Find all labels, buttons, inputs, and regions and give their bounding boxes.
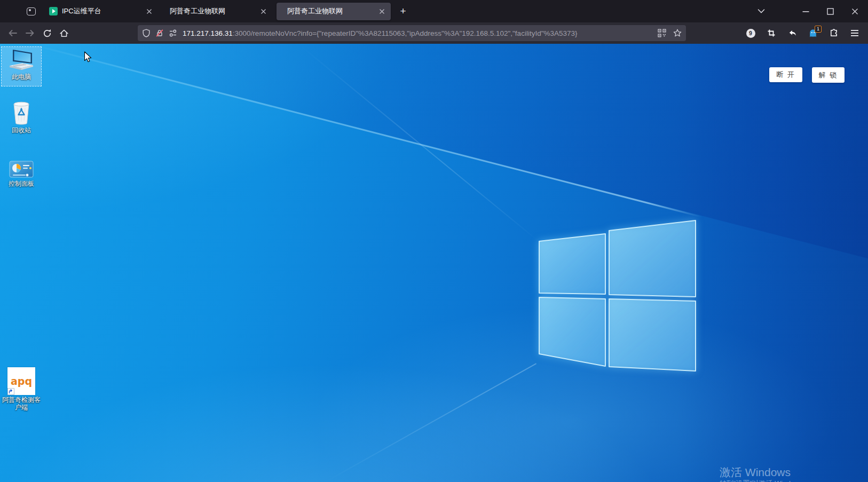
reload-icon [43, 29, 52, 38]
wallpaper-right-shade [0, 44, 868, 482]
windows-logo [536, 217, 697, 375]
desktop-icon-this-pc[interactable]: 此电脑 [1, 46, 42, 86]
desktop-icon-label: 阿普奇检测客 [2, 396, 41, 404]
maximize-icon [827, 8, 834, 15]
close-icon [851, 8, 858, 15]
shortcut-arrow-icon [7, 388, 14, 395]
tab-title: 阿普奇工业物联网 [170, 6, 255, 16]
tab-strip: IPC运维平台 阿普奇工业物联网 阿普奇工业物联网 + [0, 0, 868, 22]
recycle-bin-icon [10, 99, 33, 125]
tab-ipc-platform[interactable]: IPC运维平台 [45, 3, 158, 20]
app-menu-button[interactable] [849, 26, 861, 40]
tab-apuqi-iot-2-active[interactable]: 阿普奇工业物联网 [277, 3, 391, 20]
qr-code-icon[interactable] [658, 29, 666, 37]
url-domain: 171.217.136.31 [183, 29, 233, 37]
tab-close-icon[interactable] [144, 6, 154, 16]
home-icon [59, 29, 69, 38]
puzzle-piece-icon [830, 29, 838, 37]
insecure-lock-icon[interactable] [155, 29, 164, 37]
home-button[interactable] [56, 25, 73, 41]
computer-icon [9, 49, 34, 72]
disconnect-button[interactable]: 断 开 [769, 67, 802, 82]
reload-button[interactable] [38, 25, 56, 41]
shield-icon[interactable] [142, 29, 151, 37]
new-tab-button[interactable]: + [396, 4, 410, 18]
maximize-button[interactable] [822, 0, 838, 22]
back-arrow-icon [8, 29, 18, 37]
apq-logo-text: apq [11, 375, 32, 387]
desktop-icon-label: 户端 [15, 404, 28, 411]
desktop-icon-label: 回收站 [12, 127, 31, 134]
chevron-down-icon [757, 7, 766, 15]
forward-arrow-icon [25, 29, 35, 37]
minimize-icon [802, 8, 809, 15]
permissions-toggle-icon[interactable] [169, 29, 177, 37]
tab-title: IPC运维平台 [62, 6, 141, 16]
desktop-icon-label: 控制面板 [9, 180, 34, 187]
extension-badge: 1 [815, 26, 822, 33]
undo-extension-button[interactable] [786, 26, 798, 40]
desktop-icon-label: 此电脑 [12, 73, 31, 81]
url-path: :3000/remoteNoVnc?info={"repeaterID"%3A8… [233, 29, 578, 37]
minimize-button[interactable] [798, 0, 814, 22]
url-text: 171.217.136.31:3000/remoteNoVnc?info={"r… [183, 29, 653, 37]
counter-badge: 9 [746, 29, 755, 38]
firefox-view-icon [27, 7, 36, 15]
extensions-button[interactable] [828, 26, 840, 40]
desktop-icon-recycle-bin[interactable]: 回收站 [1, 99, 42, 140]
tab-title: 阿普奇工业物联网 [287, 6, 374, 16]
counter-extension-button[interactable]: 9 [745, 26, 756, 40]
desktop-icon-apq-client[interactable]: apq 阿普奇检测客 户端 [1, 364, 42, 415]
unlock-button[interactable]: 解 锁 [812, 67, 845, 83]
tab-close-icon[interactable] [258, 6, 268, 16]
mouse-cursor [84, 51, 92, 63]
browser-window: IPC运维平台 阿普奇工业物联网 阿普奇工业物联网 + [0, 0, 868, 482]
apq-client-icon: apq [7, 367, 35, 395]
screenshot-button[interactable] [766, 26, 777, 40]
list-all-tabs-button[interactable] [753, 0, 769, 22]
url-bar[interactable]: 171.217.136.31:3000/remoteNoVnc?info={"r… [138, 25, 686, 41]
back-button[interactable] [4, 25, 21, 41]
remote-desktop-viewport[interactable]: 此电脑 回收站 [0, 44, 868, 482]
hamburger-menu-icon [850, 29, 859, 37]
firefox-view-button[interactable] [25, 4, 37, 19]
blue-extension-button[interactable]: 1 [807, 26, 819, 40]
navigation-toolbar: 171.217.136.31:3000/remoteNoVnc?info={"r… [0, 22, 868, 44]
control-panel-icon [9, 161, 34, 179]
undo-arrow-icon [788, 29, 797, 37]
tab-apuqi-iot-1[interactable]: 阿普奇工业物联网 [159, 3, 272, 20]
tab-close-icon[interactable] [377, 6, 386, 16]
tab-favicon-green-play-icon [49, 7, 58, 15]
desktop-icon-control-panel[interactable]: 控制面板 [1, 153, 42, 193]
close-window-button[interactable] [847, 0, 863, 22]
forward-button[interactable] [21, 25, 38, 41]
crop-icon [767, 29, 776, 37]
bookmark-star-icon[interactable] [673, 29, 682, 37]
